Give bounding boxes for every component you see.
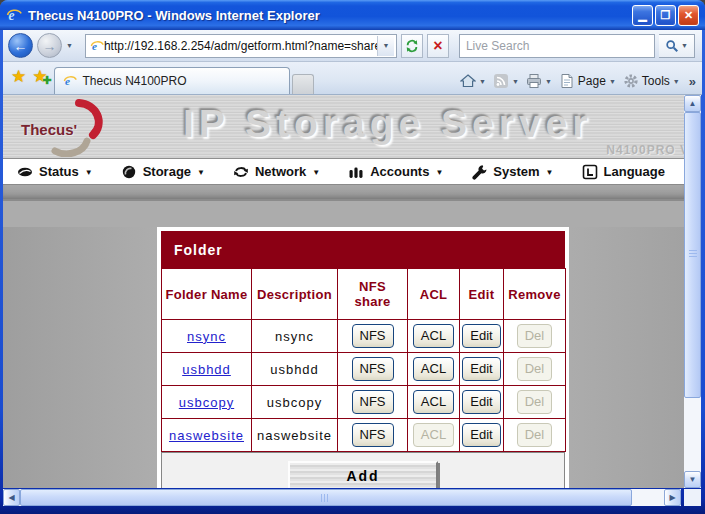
del-button-disabled: Del — [517, 357, 553, 381]
accounts-icon — [348, 164, 364, 180]
menu-shadow-band — [3, 185, 684, 201]
table-row: nsync nsync NFS ACL Edit Del — [162, 320, 566, 353]
nfs-button[interactable]: NFS — [352, 423, 394, 447]
feeds-icon — [493, 73, 509, 89]
new-tab-stub[interactable] — [292, 74, 314, 94]
browser-window: e Thecus N4100PRO - Windows Internet Exp… — [0, 0, 705, 514]
nfs-button[interactable]: NFS — [352, 390, 394, 414]
del-button-disabled: Del — [517, 423, 553, 447]
address-dropdown-button[interactable]: ▼ — [377, 36, 394, 56]
print-dropdown-caret[interactable]: ▼ — [545, 78, 552, 85]
scroll-down-arrow[interactable]: ▼ — [684, 471, 701, 488]
menu-language-label: Language — [604, 164, 665, 179]
toolbar-overflow-chevron[interactable]: » — [687, 74, 696, 89]
menu-accounts[interactable]: Accounts ▼ — [348, 164, 443, 180]
page-dropdown-caret[interactable]: ▼ — [609, 78, 616, 85]
folder-table: Folder Name Description NFS share ACL Ed… — [161, 268, 566, 452]
menu-storage-caret: ▼ — [197, 167, 205, 177]
add-button[interactable]: Add — [288, 461, 438, 488]
tab-active[interactable]: e Thecus N4100PRO — [54, 67, 290, 94]
menu-network-caret: ▼ — [312, 167, 320, 177]
page-body: Folder Folder Name Description NFS share… — [3, 227, 684, 488]
thumb-grip — [321, 494, 330, 502]
del-button-disabled: Del — [517, 324, 553, 348]
folder-description: usbhdd — [252, 353, 338, 386]
home-button[interactable]: ▼ — [460, 73, 486, 89]
home-icon — [460, 73, 476, 89]
maximize-button[interactable]: ❒ — [655, 5, 676, 26]
history-dropdown-caret[interactable]: ▼ — [66, 42, 73, 49]
col-edit: Edit — [460, 269, 504, 320]
storage-icon — [121, 164, 137, 180]
acl-button[interactable]: ACL — [413, 390, 454, 414]
scroll-left-arrow[interactable]: ◀ — [3, 489, 20, 506]
scroll-up-arrow[interactable]: ▲ — [684, 95, 701, 112]
folder-link[interactable]: nsync — [187, 329, 226, 344]
edit-button[interactable]: Edit — [462, 324, 500, 348]
add-row: Add — [161, 452, 565, 488]
tools-dropdown-caret[interactable]: ▼ — [673, 78, 680, 85]
refresh-button[interactable] — [401, 34, 423, 58]
search-options-caret[interactable]: ▼ — [681, 42, 688, 49]
feeds-dropdown-caret[interactable]: ▼ — [512, 78, 519, 85]
acl-button-disabled: ACL — [413, 423, 454, 447]
tab-favicon-ie: e — [63, 74, 77, 88]
banner: Thecus' IP Storage Server N4100PRO V — [3, 95, 684, 159]
col-description: Description — [252, 269, 338, 320]
menu-status-caret: ▼ — [85, 167, 93, 177]
edit-button[interactable]: Edit — [462, 423, 500, 447]
address-bar[interactable]: e http://192.168.2.254/adm/getform.html?… — [85, 34, 397, 58]
status-icon — [17, 164, 33, 180]
ie-page-icon: e — [90, 39, 104, 53]
acl-button[interactable]: ACL — [413, 324, 454, 348]
horizontal-scrollbar[interactable]: ◀ ▶ — [3, 489, 681, 506]
navigation-bar: ← → ▼ e http://192.168.2.254/adm/getform… — [3, 30, 702, 62]
url-text[interactable]: http://192.168.2.254/adm/getform.html?na… — [104, 39, 377, 53]
folder-link[interactable]: naswebsite — [169, 428, 244, 443]
folder-link[interactable]: usbcopy — [179, 395, 234, 410]
menu-system-caret: ▼ — [546, 167, 554, 177]
feeds-button[interactable]: ▼ — [493, 73, 519, 89]
acl-button[interactable]: ACL — [413, 357, 454, 381]
forward-button[interactable]: → — [37, 33, 62, 58]
col-nfs-share: NFS share — [338, 269, 408, 320]
edit-button[interactable]: Edit — [462, 357, 500, 381]
scroll-right-arrow[interactable]: ▶ — [664, 489, 681, 506]
vertical-scrollbar[interactable]: ▲ ▼ — [684, 95, 701, 488]
menu-storage[interactable]: Storage ▼ — [121, 164, 205, 180]
page-viewport: Thecus' IP Storage Server N4100PRO V Sta… — [3, 95, 684, 488]
home-dropdown-caret[interactable]: ▼ — [479, 78, 486, 85]
minimize-button[interactable]: ▁ — [632, 5, 653, 26]
menu-status[interactable]: Status ▼ — [17, 164, 93, 180]
add-favorite-icon[interactable]: ★✚ — [32, 68, 47, 85]
scrollbar-corner — [684, 489, 701, 506]
vertical-scroll-thumb[interactable] — [684, 112, 701, 398]
edit-button[interactable]: Edit — [462, 390, 500, 414]
folder-link[interactable]: usbhdd — [182, 362, 231, 377]
page-icon — [559, 73, 575, 89]
menu-status-label: Status — [39, 164, 79, 179]
close-button[interactable]: ✕ — [678, 5, 699, 26]
thumb-grip — [689, 250, 697, 259]
search-icon — [665, 39, 679, 53]
page-menu-button[interactable]: Page ▼ — [559, 73, 616, 89]
folder-description: nsync — [252, 320, 338, 353]
back-button[interactable]: ← — [8, 33, 33, 58]
menu-system[interactable]: System ▼ — [471, 164, 553, 180]
search-go-button[interactable]: ▼ — [659, 34, 695, 58]
tools-menu-button[interactable]: Tools ▼ — [623, 73, 680, 89]
tab-command-bar: ★ ★✚ e Thecus N4100PRO ▼ ▼ — [3, 62, 702, 95]
stop-button[interactable]: × — [427, 34, 449, 58]
gear-icon — [623, 73, 639, 89]
menu-language[interactable]: Language — [582, 164, 665, 180]
favorites-star-icon[interactable]: ★ — [11, 68, 26, 85]
menu-system-label: System — [493, 164, 539, 179]
nfs-button[interactable]: NFS — [352, 324, 394, 348]
col-remove: Remove — [504, 269, 566, 320]
nfs-button[interactable]: NFS — [352, 357, 394, 381]
banner-title: IP Storage Server — [183, 102, 592, 146]
search-input[interactable]: Live Search — [459, 34, 655, 58]
horizontal-scroll-thumb[interactable] — [20, 489, 632, 506]
menu-network[interactable]: Network ▼ — [233, 164, 320, 180]
print-button[interactable]: ▼ — [526, 73, 552, 89]
